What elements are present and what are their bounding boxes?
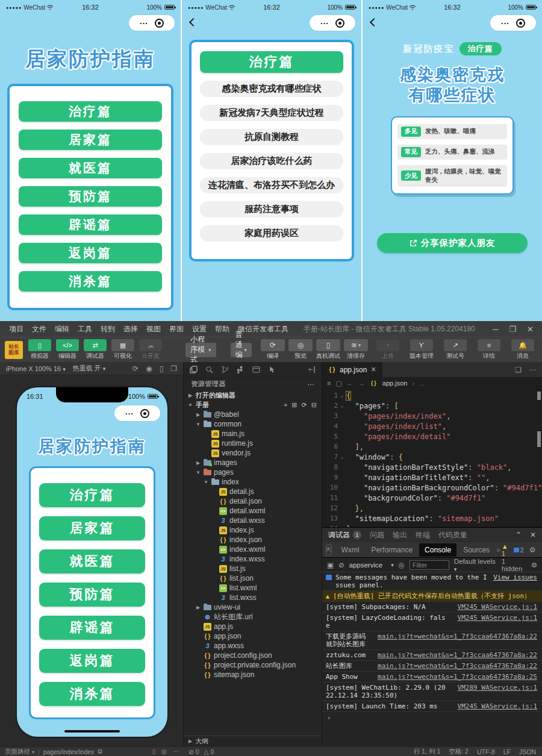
simulator-phone[interactable]: 16:31 100% ... 居家防护指南 治疗篇居家篇就医篇预防篇辟谣篇返岗篇… [17,387,167,737]
editor-more-icon[interactable]: ⋯ [529,366,536,374]
outline-toggle-icon[interactable]: ≡ [327,380,331,387]
sim-menu-button[interactable]: 就医篇 [39,549,145,573]
close-tab-icon[interactable]: ✕ [370,366,376,373]
preview-icon[interactable] [252,366,260,373]
tree-item-index[interactable]: ▼index [184,477,322,487]
tree-item-index.wxml[interactable]: <>index.wxml [184,545,322,554]
tree-item-main.js[interactable]: JSmain.js [184,429,322,439]
tree-item-project.config.json[interactable]: { }project.config.json [184,651,322,660]
menu-设置[interactable]: 设置 [188,324,211,334]
page-path-select[interactable]: 页面路径 ▾ [5,748,34,756]
record-icon[interactable]: ◉ [146,364,152,373]
source-link[interactable]: VM289 WAService.js:1 [458,684,537,692]
menu-button[interactable]: 辟谣篇 [19,214,162,235]
sim-menu-button[interactable]: 居家篇 [39,516,145,540]
back-icon[interactable] [370,18,378,27]
collapse-panel-icon[interactable]: ⌃ [516,531,522,539]
panel-tab-调试器[interactable]: 调试器1 [328,530,361,540]
compile-mode-select[interactable]: 普通编译▾ [231,343,252,357]
action-预览[interactable]: ◎预览 [287,339,314,360]
list-item[interactable]: 连花清瘟、布洛芬买不到怎么办 [200,177,343,193]
nav-forward-icon[interactable]: → [358,380,365,387]
editor-scrollbar[interactable] [537,392,541,478]
collapse-sidebar-icon[interactable] [308,366,316,373]
action-消息[interactable]: 🔔消息 [508,339,537,360]
action-编译[interactable]: ⟳编译 [259,339,287,360]
rotate-icon[interactable]: ⟳ [132,364,139,373]
split-editor-icon[interactable]: ❏ [515,366,522,374]
action-清缓存[interactable]: ≋▾清缓存 [342,339,370,360]
menu-button[interactable]: 返岗篇 [19,243,162,263]
devtools-settings-icon[interactable]: ⚙ [529,546,536,554]
encoding-setting[interactable]: UTF-8 [477,748,495,755]
action-版本管理[interactable]: Ƴ版本管理 [407,339,436,360]
git-branch-icon[interactable] [221,366,229,373]
tree-item-@babel[interactable]: ▶@babel [184,410,322,419]
action-真机调试[interactable]: ▯真机调试 [314,339,342,360]
target-icon[interactable]: ◎ [161,748,167,755]
execute-icon[interactable]: ▣ [327,561,334,569]
list-item[interactable]: 感染奥密克戎有哪些症状 [200,81,343,97]
inspect-element-icon[interactable]: ⇱ [326,545,332,555]
source-link[interactable]: main.js?t=wechat&s=1_7f3ccaa647367a8a:22 [378,651,537,659]
tree-item-站长图库.url[interactable]: ⊕站长图库.url [184,612,322,622]
menu-button[interactable]: 居家篇 [19,130,162,150]
wechat-capsule[interactable]: ... [114,405,160,421]
tree-item-list.wxml[interactable]: <>list.wxml [184,583,322,593]
files-icon[interactable] [190,366,198,373]
source-link[interactable]: main.js?t=wechat&s=1_7f3ccaa647367a8a:22 [378,662,537,670]
context-select[interactable]: appservice▾ [349,561,394,569]
breadcrumb-file[interactable]: app.json [382,380,408,387]
source-link[interactable]: VM245 WAService.js:1 [458,702,537,710]
action-测试号[interactable]: ↗测试号 [441,339,470,360]
breadcrumb-more[interactable]: ... [419,380,425,387]
sim-menu-button[interactable]: 辟谣篇 [39,616,145,640]
list-item[interactable]: 新冠发病7天典型症状过程 [200,105,343,121]
devtool-tab-Console[interactable]: Console [419,543,456,557]
list-item[interactable]: 服药注意事项 [200,201,343,217]
tabs-overflow-icon[interactable]: » [496,546,500,554]
wechat-capsule[interactable]: ... [310,15,355,31]
device-select[interactable]: iPhone X 100% 16 ▾ [6,365,66,372]
source-link[interactable]: VM245 WAService.js:1 [458,603,537,611]
source-link[interactable]: main.js?t=wechat&s=1_7f3ccaa647367a8a:22 [378,633,537,640]
tree-item-uview-ui[interactable]: ▶uview-ui [184,602,322,612]
current-page-path[interactable]: pages/index/index [43,748,95,755]
close-target-icon[interactable] [140,409,149,418]
pointer-icon[interactable] [268,366,275,373]
tree-item-common[interactable]: ▼common [184,419,322,429]
levels-select[interactable]: Default levels ▾ [454,558,497,572]
tool-编辑器[interactable]: </>编辑器 [54,339,81,360]
device-frame-icon[interactable]: ▯ [160,364,164,373]
new-folder-icon[interactable]: ⊞ [291,401,297,409]
panel-tab-输出[interactable]: 输出 [393,530,407,540]
hot-reload-toggle[interactable]: 热重载 开 ▾ [73,364,106,373]
tree-item-vendor.js[interactable]: JSvendor.js [184,448,322,458]
panel-tab-代码质量[interactable]: 代码质量 [438,530,467,540]
extensions-icon[interactable] [237,366,245,373]
tree-item-project.private.config.json[interactable]: { }project.private.config.json [184,660,322,670]
tree-item-detail.js[interactable]: JSdetail.js [184,487,322,496]
tab-app-json[interactable]: { } app.json ✕ [322,362,382,377]
sim-menu-button[interactable]: 返岗篇 [39,649,145,673]
open-editors-section[interactable]: ▶打开的编辑器 [184,390,322,400]
mode-select[interactable]: 小程序模式▾ [185,343,216,357]
menu-帮助[interactable]: 帮助 [211,324,234,334]
outline-section[interactable]: ▶ 大纲 [184,736,322,746]
list-item[interactable]: 居家治疗该吃什么药 [200,153,343,169]
tree-item-images[interactable]: ▶images [184,458,322,467]
tree-item-index.js[interactable]: JSindex.js [184,525,322,535]
maximize-button[interactable]: ❐ [509,325,516,334]
nav-back-icon[interactable]: ← [347,380,354,387]
close-button[interactable]: ✕ [527,325,534,334]
tool-模拟器[interactable]: ▯模拟器 [26,339,53,360]
menu-button[interactable]: 治疗篇 [19,101,162,122]
eye-icon[interactable]: ◎ [399,561,405,569]
devtool-tab-Sources[interactable]: Sources [458,543,495,557]
panel-tab-问题[interactable]: 问题 [370,530,384,540]
code-editor[interactable]: 1⌄{2⌄ "pages": [3 "pages/index/index",4 … [322,389,542,527]
minimize-button[interactable]: ─ [493,325,498,334]
devtool-tab-Wxml[interactable]: Wxml [335,543,364,557]
panel-tab-终端[interactable]: 终端 [416,530,430,540]
list-item[interactable]: 家庭用药误区 [200,225,343,242]
